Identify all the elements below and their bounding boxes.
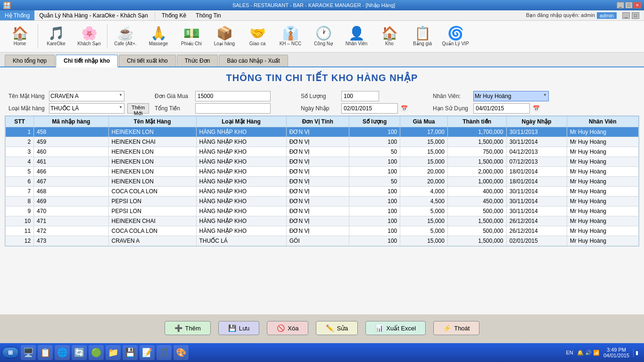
menu-restore[interactable]: □ <box>632 12 639 19</box>
toolbar-btn-quanlyvip[interactable]: 🌀Quản Lý VIP <box>439 23 471 50</box>
nhan-vien-select[interactable]: Mr Huy Hoàng <box>473 91 549 101</box>
maximize-button[interactable]: □ <box>625 2 633 8</box>
taskbar-icon-7[interactable]: 📝 <box>140 345 155 360</box>
language-indicator: EN <box>566 350 573 355</box>
menu-thongtin[interactable]: Thông Tin <box>191 10 225 20</box>
toolbar-btn-banggia[interactable]: 📋Bảng giá <box>406 23 438 50</box>
menu-minimize[interactable]: _ <box>622 12 630 19</box>
close-button[interactable]: ✕ <box>634 2 641 8</box>
table-cell-4-4: ĐƠN VỊ <box>286 167 349 177</box>
them-button[interactable]: ➕Thêm <box>165 321 211 335</box>
taskbar-icon-8[interactable]: 🎵 <box>157 345 172 360</box>
table-row[interactable]: 7468COCA COLA LONHÀNG NHẬP KHOĐƠN VỊ1004… <box>6 187 639 197</box>
taskbar-icon-2[interactable]: 🌐 <box>55 345 70 360</box>
tong-tien-input[interactable] <box>195 103 271 114</box>
thoat-button[interactable]: ⚡Thoát <box>433 321 479 335</box>
menu-quanly[interactable]: Quản Lý Nhà Hàng - KaraOke - Khách Sạn <box>34 10 153 20</box>
table-cell-10-2: COCA COLA LON <box>108 226 196 236</box>
table-cell-2-5: 50 <box>349 147 400 157</box>
toolbar-btn-loaihang[interactable]: 📦Loại hàng <box>208 23 240 50</box>
table-row[interactable]: 5466HEINEKEN LONHÀNG NHẬP KHOĐƠN VỊ10020… <box>6 167 639 177</box>
toolbar-label-home: Home <box>14 41 26 46</box>
table-cell-7-6: 4,500 <box>400 197 448 206</box>
table-container: STTMã nhập hàngTên Mặt HàngLoại Mặt Hàng… <box>5 115 639 247</box>
table-cell-5-5: 50 <box>349 177 400 187</box>
ngay-nhap-calendar-icon[interactable]: 📅 <box>401 105 408 112</box>
menu-hethong[interactable]: Hệ Thống <box>0 10 34 20</box>
table-cell-6-8: 30/11/2014 <box>506 187 567 197</box>
toolbar-btn-massege[interactable]: 🙏Massege <box>142 23 174 50</box>
table-cell-8-2: PEPSI LON <box>108 206 196 216</box>
table-row[interactable]: 2459HEINEKEN CHAIHÀNG NHẬP KHOĐƠN VỊ1001… <box>6 137 639 147</box>
table-row[interactable]: 1458HEINEKEN LONHÀNG NHẬP KHOĐƠN VỊ10017… <box>6 127 639 137</box>
tab-khotong[interactable]: Kho tổng hợp <box>5 55 55 66</box>
toolbar-btn-home[interactable]: 🏠Home <box>4 23 36 50</box>
table-row[interactable]: 11472COCA COLA LONHÀNG NHẬP KHOĐƠN VỊ100… <box>6 226 639 236</box>
tab-baocao[interactable]: Báo cáo Nhập - Xuất <box>219 55 288 66</box>
form-area: Tên Mặt Hàng CRAVEN A Loại Mặt hàng THUỐ… <box>5 89 639 115</box>
tab-chitietxuat[interactable]: Chi tiết xuất kho <box>119 55 176 66</box>
start-button[interactable]: ⊞ <box>2 347 19 358</box>
table-row[interactable]: 9470PEPSI LONHÀNG NHẬP KHOĐƠN VỊ1005,000… <box>6 206 639 216</box>
toolbar-btn-kareoke[interactable]: 🎵KareOke <box>40 23 72 50</box>
minimize-button[interactable]: _ <box>617 2 624 8</box>
taskbar-icon-1[interactable]: 📋 <box>38 345 53 360</box>
taskbar-icon-9[interactable]: 🎨 <box>173 345 189 360</box>
han-su-dung-input[interactable] <box>473 103 530 114</box>
user-info: Bạn đăng nhập quyền: admin admin _ □ <box>521 12 644 19</box>
table-cell-8-1: 470 <box>34 206 108 216</box>
table-row[interactable]: 8469PEPSI LONHÀNG NHẬP KHOĐƠN VỊ1004,500… <box>6 197 639 206</box>
table-cell-9-0: 10 <box>6 216 34 226</box>
ngay-nhap-input[interactable] <box>341 103 398 114</box>
menu-thongke[interactable]: Thống Kê <box>157 10 191 20</box>
table-header-7: Thành tiền <box>447 116 506 127</box>
taskbar-icon-6[interactable]: 💾 <box>123 345 138 360</box>
toolbar-btn-nhanvien[interactable]: 👤Nhân Viên <box>340 23 372 50</box>
toolbar-btn-khachsan[interactable]: 🌸Khách Sạn <box>73 23 105 50</box>
show-desktop-button[interactable]: ▮ <box>633 349 640 357</box>
table-cell-4-5: 100 <box>349 167 400 177</box>
table-cell-7-7: 450,000 <box>447 197 506 206</box>
taskbar-icon-4[interactable]: 🟢 <box>89 345 104 360</box>
table-cell-10-6: 5,000 <box>400 226 448 236</box>
loai-mathang-select[interactable]: THUỐC LÁ <box>49 103 124 114</box>
sua-button[interactable]: ✏️Sửa <box>316 321 358 335</box>
table-cell-7-5: 100 <box>349 197 400 206</box>
table-cell-11-4: GÓI <box>286 236 349 246</box>
table-cell-1-7: 1,500,000 <box>447 137 506 147</box>
table-row[interactable]: 3460HEINEKEN LONHÀNG NHẬP KHOĐƠN VỊ5015,… <box>6 147 639 157</box>
toolbar-btn-khncc[interactable]: 👔KH – NCC <box>274 23 306 50</box>
table-cell-0-6: 17,000 <box>400 127 448 137</box>
toolbar-btn-congno[interactable]: 🕐Công Nợ <box>307 23 339 50</box>
table-cell-0-7: 1,700,000 <box>447 127 506 137</box>
table-cell-5-8: 18/01/2014 <box>506 177 567 187</box>
toolbar-btn-giaoca[interactable]: 🤝Giao ca <box>241 23 273 50</box>
toolbar-btn-kho[interactable]: 🏠Kho <box>373 23 405 50</box>
tab-thucdon[interactable]: Thức Đơn <box>177 55 218 66</box>
han-su-dung-calendar-icon[interactable]: 📅 <box>533 105 540 112</box>
toolbar-label-massege: Massege <box>149 41 168 46</box>
table-row[interactable]: 10471HEINEKEN CHAIHÀNG NHẬP KHOĐƠN VỊ100… <box>6 216 639 226</box>
ten-mathang-label: Tên Mặt Hàng <box>8 93 46 99</box>
luu-button[interactable]: 💾Lưu <box>218 321 259 335</box>
taskbar-icon-3[interactable]: 🔄 <box>72 345 87 360</box>
toolbar-btn-phieuchi[interactable]: 💵Phiếu Chi <box>175 23 207 50</box>
tab-chitietnhap[interactable]: Chi tiết nhập kho <box>56 55 118 67</box>
ten-mathang-select[interactable]: CRAVEN A <box>49 91 124 101</box>
table-cell-7-8: 30/11/2014 <box>506 197 567 206</box>
table-row[interactable]: 6467HEINEKEN LONHÀNG NHẬP KHOĐƠN VỊ5020,… <box>6 177 639 187</box>
toolbar-label-kareoke: KareOke <box>47 41 65 46</box>
time-block: 3:49 PM 04/01/2015 <box>603 347 629 358</box>
toolbar-btn-cafe[interactable]: ☕Cafe (Alt+. <box>109 23 141 50</box>
table-cell-8-7: 500,000 <box>447 206 506 216</box>
xoa-button[interactable]: 🚫Xóa <box>267 321 308 335</box>
xuatexcel-button[interactable]: 📊Xuất Excel <box>365 321 426 335</box>
don-gia-mua-input[interactable] <box>195 91 271 101</box>
so-luong-input[interactable] <box>341 91 379 101</box>
taskbar-icon-5[interactable]: 📁 <box>106 345 121 360</box>
table-cell-9-3: HÀNG NHẬP KHO <box>196 216 286 226</box>
table-row[interactable]: 12473CRAVEN ATHUỐC LÁGÓI10015,0001,500,0… <box>6 236 639 246</box>
table-header-8: Ngày Nhập <box>506 116 567 127</box>
taskbar-icon-0[interactable]: 🖥️ <box>21 345 36 360</box>
table-row[interactable]: 4461HEINEKEN LONHÀNG NHẬP KHOĐƠN VỊ10015… <box>6 157 639 167</box>
